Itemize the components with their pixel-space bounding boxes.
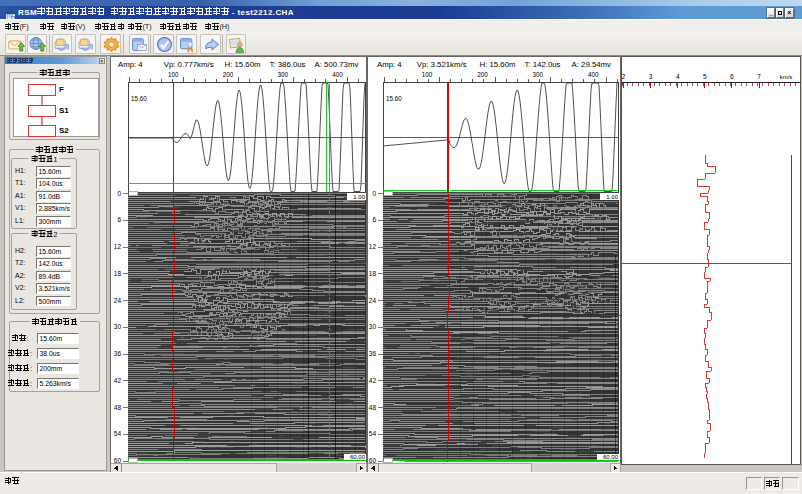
svg-text:100: 100 <box>422 71 433 78</box>
svg-text:60.00: 60.00 <box>350 454 366 460</box>
svg-text:1.00: 1.00 <box>606 194 618 200</box>
svg-text:30: 30 <box>369 323 377 330</box>
svg-text:18: 18 <box>369 270 377 277</box>
svg-text:3: 3 <box>649 73 653 80</box>
svg-text:1.00: 1.00 <box>353 194 365 200</box>
svg-text:0: 0 <box>117 190 121 197</box>
svg-text:6: 6 <box>730 73 734 80</box>
svg-text:300: 300 <box>277 71 288 78</box>
svg-text:60.00: 60.00 <box>603 454 619 460</box>
svg-text:200: 200 <box>223 71 234 78</box>
svg-text:54: 54 <box>369 430 377 437</box>
svg-text:400: 400 <box>332 71 343 78</box>
svg-text:6: 6 <box>372 216 376 223</box>
svg-text:48: 48 <box>114 404 122 411</box>
svg-text:18: 18 <box>114 270 122 277</box>
svg-text:36: 36 <box>369 350 377 357</box>
svg-text:300: 300 <box>533 71 544 78</box>
svg-text:6: 6 <box>117 216 121 223</box>
svg-text:24: 24 <box>369 297 377 304</box>
svg-text:4: 4 <box>676 73 680 80</box>
svg-text:24: 24 <box>114 297 122 304</box>
svg-text:42: 42 <box>114 377 122 384</box>
svg-text:100: 100 <box>168 71 179 78</box>
svg-text:0: 0 <box>372 190 376 197</box>
svg-text:400: 400 <box>588 71 599 78</box>
svg-text:7: 7 <box>757 73 761 80</box>
svg-text:12: 12 <box>369 243 377 250</box>
svg-text:30: 30 <box>114 323 122 330</box>
svg-text:15.60: 15.60 <box>386 95 402 102</box>
svg-text:42: 42 <box>369 377 377 384</box>
svg-text:12: 12 <box>114 243 122 250</box>
svg-text:2: 2 <box>622 73 626 80</box>
svg-text:54: 54 <box>114 430 122 437</box>
svg-text:15.60: 15.60 <box>131 95 147 102</box>
svg-text:36: 36 <box>114 350 122 357</box>
svg-text:200: 200 <box>477 71 488 78</box>
svg-text:48: 48 <box>369 404 377 411</box>
svg-text:km/s: km/s <box>780 74 793 80</box>
svg-text:5: 5 <box>703 73 707 80</box>
